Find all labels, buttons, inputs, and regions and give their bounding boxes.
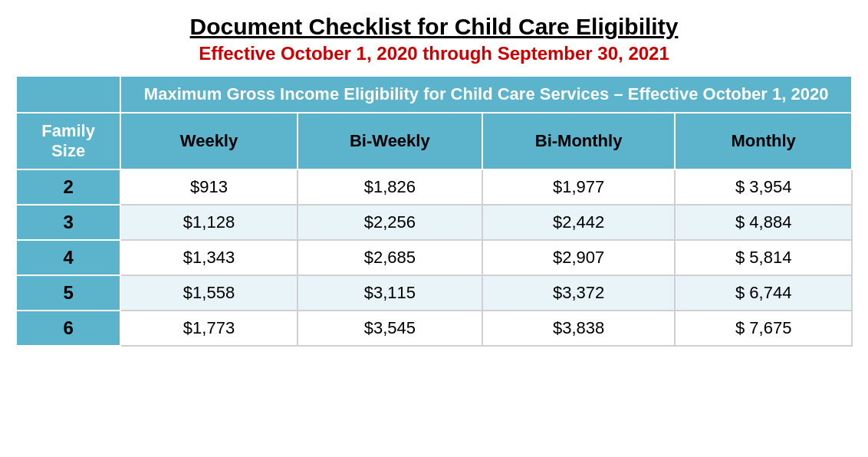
bi-monthly-cell: $3,838 bbox=[482, 311, 676, 346]
bi-monthly-cell: $2,907 bbox=[482, 240, 676, 275]
monthly-cell: $ 5,814 bbox=[675, 240, 852, 275]
effective-date: Effective October 1, 2020 through Septem… bbox=[199, 43, 669, 64]
family-size-cell: 6 bbox=[16, 311, 120, 346]
weekly-cell: $1,773 bbox=[120, 311, 298, 346]
table-row: 3$1,128$2,256$2,442$ 4,884 bbox=[16, 205, 852, 240]
bi-monthly-header: Bi-Monthly bbox=[482, 113, 676, 169]
bi-weekly-cell: $1,826 bbox=[298, 169, 482, 205]
family-size-cell: 4 bbox=[16, 240, 120, 275]
table-row: 2$913$1,826$1,977$ 3,954 bbox=[16, 169, 852, 205]
empty-corner-cell bbox=[16, 76, 120, 113]
table-row: 6$1,773$3,545$3,838$ 7,675 bbox=[16, 311, 852, 346]
weekly-cell: $913 bbox=[120, 169, 298, 205]
monthly-cell: $ 6,744 bbox=[675, 275, 852, 311]
family-size-cell: 2 bbox=[16, 169, 120, 205]
bi-weekly-header: Bi-Weekly bbox=[298, 113, 482, 169]
bi-weekly-cell: $2,256 bbox=[298, 205, 482, 240]
column-headers-row: Family Size Weekly Bi-Weekly Bi-Monthly … bbox=[16, 113, 852, 169]
table-row: 5$1,558$3,115$3,372$ 6,744 bbox=[16, 275, 852, 311]
page-title: Document Checklist for Child Care Eligib… bbox=[190, 14, 679, 40]
weekly-cell: $1,128 bbox=[120, 205, 298, 240]
bi-weekly-cell: $3,545 bbox=[298, 311, 482, 346]
monthly-cell: $ 3,954 bbox=[675, 169, 852, 205]
family-size-header: Family Size bbox=[16, 113, 120, 169]
bi-monthly-cell: $2,442 bbox=[482, 205, 676, 240]
bi-weekly-cell: $2,685 bbox=[298, 240, 482, 275]
monthly-cell: $ 7,675 bbox=[675, 311, 852, 346]
family-size-cell: 3 bbox=[16, 205, 120, 240]
monthly-cell: $ 4,884 bbox=[675, 205, 852, 240]
weekly-cell: $1,558 bbox=[120, 275, 298, 311]
family-size-cell: 5 bbox=[16, 275, 120, 311]
main-header-cell: Maximum Gross Income Eligibility for Chi… bbox=[120, 76, 852, 113]
bi-monthly-cell: $1,977 bbox=[482, 169, 676, 205]
monthly-header: Monthly bbox=[675, 113, 852, 169]
bi-weekly-cell: $3,115 bbox=[298, 275, 482, 311]
eligibility-table: Maximum Gross Income Eligibility for Chi… bbox=[15, 75, 853, 347]
weekly-cell: $1,343 bbox=[120, 240, 298, 275]
weekly-header: Weekly bbox=[120, 113, 298, 169]
table-row: 4$1,343$2,685$2,907$ 5,814 bbox=[16, 240, 852, 275]
main-header-row: Maximum Gross Income Eligibility for Chi… bbox=[16, 76, 852, 113]
bi-monthly-cell: $3,372 bbox=[482, 275, 676, 311]
